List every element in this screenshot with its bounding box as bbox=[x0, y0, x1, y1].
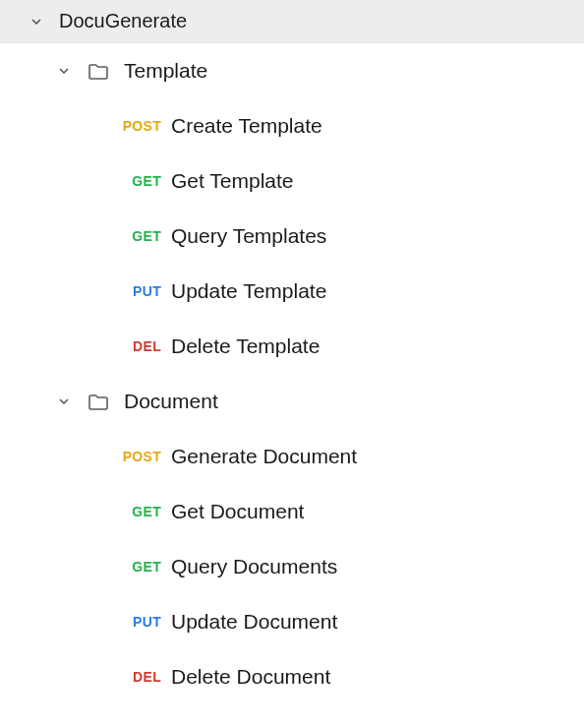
request-name: Create Template bbox=[171, 114, 322, 138]
request-name: Delete Template bbox=[171, 334, 320, 358]
request-name: Query Documents bbox=[171, 555, 337, 578]
request-name: Update Document bbox=[171, 610, 337, 634]
request-row[interactable]: PUTUpdate Document bbox=[0, 594, 584, 649]
http-method-badge: GET bbox=[114, 228, 161, 244]
chevron-down-icon bbox=[55, 62, 73, 80]
request-row[interactable]: DELDelete Template bbox=[0, 319, 584, 374]
request-name: Get Document bbox=[171, 500, 304, 523]
folder-name: Template bbox=[124, 59, 207, 83]
http-method-badge: GET bbox=[114, 559, 161, 575]
http-method-badge: POST bbox=[114, 449, 161, 464]
sidebar-tree: TemplatePOSTCreate TemplateGETGet Templa… bbox=[0, 43, 584, 704]
collection-header[interactable]: DocuGenerate bbox=[0, 0, 584, 43]
request-name: Update Template bbox=[171, 279, 326, 303]
http-method-badge: GET bbox=[114, 504, 161, 519]
request-row[interactable]: GETGet Document bbox=[0, 484, 584, 539]
folder-row[interactable]: Document bbox=[0, 374, 584, 429]
request-row[interactable]: POSTCreate Template bbox=[0, 98, 584, 153]
request-row[interactable]: GETQuery Templates bbox=[0, 209, 584, 264]
folder-name: Document bbox=[124, 390, 218, 413]
http-method-badge: PUT bbox=[114, 614, 161, 630]
request-row[interactable]: PUTUpdate Template bbox=[0, 264, 584, 319]
collection-title: DocuGenerate bbox=[59, 10, 187, 32]
folder-row[interactable]: Template bbox=[0, 43, 584, 98]
http-method-badge: PUT bbox=[114, 283, 161, 299]
request-row[interactable]: GETQuery Documents bbox=[0, 539, 584, 594]
http-method-badge: POST bbox=[114, 118, 161, 134]
request-name: Get Template bbox=[171, 169, 294, 193]
chevron-down-icon bbox=[55, 393, 73, 410]
chevron-down-icon bbox=[28, 13, 45, 30]
request-name: Generate Document bbox=[171, 445, 357, 468]
request-row[interactable]: GETGet Template bbox=[0, 153, 584, 209]
http-method-badge: DEL bbox=[114, 338, 161, 354]
http-method-badge: DEL bbox=[114, 669, 161, 685]
request-row[interactable]: POSTGenerate Document bbox=[0, 429, 584, 484]
http-method-badge: GET bbox=[114, 173, 161, 189]
request-name: Delete Document bbox=[171, 665, 330, 689]
request-name: Query Templates bbox=[171, 224, 326, 248]
request-row[interactable]: DELDelete Document bbox=[0, 649, 584, 704]
folder-icon bbox=[87, 59, 110, 83]
folder-icon bbox=[87, 390, 110, 413]
